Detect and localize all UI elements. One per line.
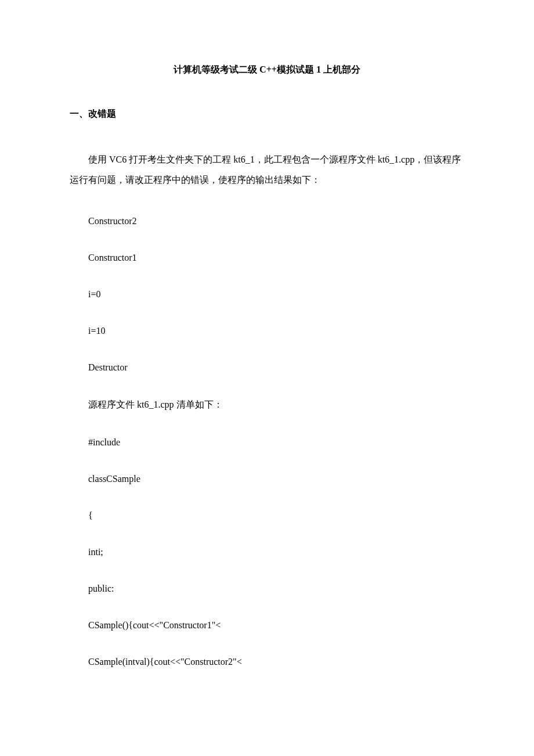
section-header-1: 一、改错题 xyxy=(70,108,464,120)
output-line: i=10 xyxy=(70,326,464,336)
output-line: Destructor xyxy=(70,362,464,373)
output-line: Constructor2 xyxy=(70,216,464,226)
intro-paragraph: 使用 VC6 打开考生文件夹下的工程 kt6_1，此工程包含一个源程序文件 kt… xyxy=(70,149,464,190)
source-file-label: 源程序文件 kt6_1.cpp 清单如下： xyxy=(70,399,464,411)
code-line: CSample(intval){cout<<"Constructor2"< xyxy=(70,657,464,667)
output-line: i=0 xyxy=(70,289,464,300)
code-line: #include xyxy=(70,437,464,448)
output-line: Constructor1 xyxy=(70,253,464,263)
document-title: 计算机等级考试二级 C++模拟试题 1 上机部分 xyxy=(70,64,464,76)
code-line: CSample(){cout<<"Constructor1"< xyxy=(70,620,464,631)
code-line: inti; xyxy=(70,547,464,557)
code-line: classCSample xyxy=(70,474,464,484)
code-line: { xyxy=(70,510,464,521)
code-line: public: xyxy=(70,584,464,594)
